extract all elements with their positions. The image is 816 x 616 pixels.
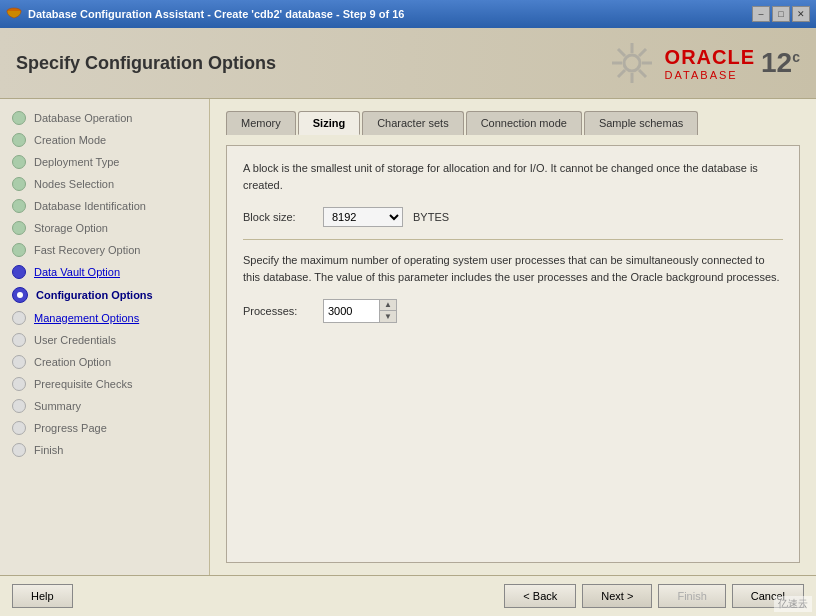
window-title: Database Configuration Assistant - Creat…: [28, 8, 404, 20]
processes-row: Processes: ▲ ▼: [243, 299, 783, 323]
tab-bar: Memory Sizing Character sets Connection …: [226, 111, 800, 135]
block-size-row: Block size: 8192 4096 16384 32768 BYTES: [243, 207, 783, 227]
step-dot-summary: [12, 399, 26, 413]
sidebar: Database Operation Creation Mode Deploym…: [0, 99, 210, 575]
tab-sizing[interactable]: Sizing: [298, 111, 360, 135]
step-dot-deployment-type: [12, 155, 26, 169]
svg-line-7: [639, 70, 646, 77]
watermark: 亿速云: [774, 596, 812, 612]
step-dot-creation-mode: [12, 133, 26, 147]
sidebar-item-finish: Finish: [0, 439, 209, 461]
sidebar-item-management-options[interactable]: Management Options: [0, 307, 209, 329]
sidebar-item-progress-page: Progress Page: [0, 417, 209, 439]
step-dot-database-operation: [12, 111, 26, 125]
sidebar-item-database-identification: Database Identification: [0, 195, 209, 217]
step-dot-management-options: [12, 311, 26, 325]
right-panel: Memory Sizing Character sets Connection …: [210, 99, 816, 575]
footer: Help < Back Next > Finish Cancel: [0, 575, 816, 616]
content-area: Database Operation Creation Mode Deploym…: [0, 99, 816, 575]
sidebar-item-data-vault-option[interactable]: Data Vault Option: [0, 261, 209, 283]
sidebar-item-user-credentials: User Credentials: [0, 329, 209, 351]
block-size-description: A block is the smallest unit of storage …: [243, 160, 783, 193]
sizing-panel: A block is the smallest unit of storage …: [226, 145, 800, 563]
finish-button[interactable]: Finish: [658, 584, 725, 608]
svg-point-1: [624, 55, 640, 71]
tab-connection-mode[interactable]: Connection mode: [466, 111, 582, 135]
oracle-brand-text: ORACLE: [665, 46, 755, 69]
step-dot-user-credentials: [12, 333, 26, 347]
svg-line-6: [618, 49, 625, 56]
spinner-buttons: ▲ ▼: [379, 300, 396, 322]
processes-input[interactable]: [324, 300, 379, 322]
oracle-product-text: DATABASE: [665, 69, 755, 81]
step-dot-prerequisite-checks: [12, 377, 26, 391]
spinner-down-button[interactable]: ▼: [380, 311, 396, 322]
app-icon: [6, 6, 22, 22]
step-dot-configuration-options: [12, 287, 28, 303]
back-button[interactable]: < Back: [504, 584, 576, 608]
sidebar-item-creation-mode: Creation Mode: [0, 129, 209, 151]
sidebar-item-deployment-type: Deployment Type: [0, 151, 209, 173]
step-dot-nodes-selection: [12, 177, 26, 191]
main-window: Specify Configuration Options: [0, 28, 816, 616]
step-dot-progress-page: [12, 421, 26, 435]
help-button[interactable]: Help: [12, 584, 73, 608]
maximize-button[interactable]: □: [772, 6, 790, 22]
window-controls: – □ ✕: [752, 6, 810, 22]
close-button[interactable]: ✕: [792, 6, 810, 22]
oracle-version-text: 12c: [761, 47, 800, 79]
sidebar-item-nodes-selection: Nodes Selection: [0, 173, 209, 195]
next-button[interactable]: Next >: [582, 584, 652, 608]
svg-line-8: [639, 49, 646, 56]
tab-character-sets[interactable]: Character sets: [362, 111, 464, 135]
step-dot-fast-recovery-option: [12, 243, 26, 257]
title-bar: Database Configuration Assistant - Creat…: [0, 0, 816, 28]
header: Specify Configuration Options: [0, 28, 816, 99]
page-title: Specify Configuration Options: [16, 53, 276, 74]
sidebar-item-fast-recovery-option: Fast Recovery Option: [0, 239, 209, 261]
sidebar-item-creation-option: Creation Option: [0, 351, 209, 373]
processes-description: Specify the maximum number of operating …: [243, 252, 783, 285]
step-dot-finish: [12, 443, 26, 457]
section-divider: [243, 239, 783, 240]
sidebar-item-database-operation: Database Operation: [0, 107, 209, 129]
step-dot-data-vault-option: [12, 265, 26, 279]
step-dot-database-identification: [12, 199, 26, 213]
svg-line-9: [618, 70, 625, 77]
tab-memory[interactable]: Memory: [226, 111, 296, 135]
oracle-logo: ORACLE DATABASE 12c: [665, 46, 800, 81]
block-size-select[interactable]: 8192 4096 16384 32768: [323, 207, 403, 227]
processes-spinner: ▲ ▼: [323, 299, 397, 323]
sidebar-item-summary: Summary: [0, 395, 209, 417]
processes-label: Processes:: [243, 305, 313, 317]
svg-point-10: [17, 292, 23, 298]
block-size-unit: BYTES: [413, 211, 449, 223]
step-dot-creation-option: [12, 355, 26, 369]
sidebar-item-configuration-options: Configuration Options: [0, 283, 209, 307]
step-dot-storage-option: [12, 221, 26, 235]
sidebar-item-prerequisite-checks: Prerequisite Checks: [0, 373, 209, 395]
minimize-button[interactable]: –: [752, 6, 770, 22]
tab-sample-schemas[interactable]: Sample schemas: [584, 111, 698, 135]
gear-icon: [607, 38, 657, 88]
spinner-up-button[interactable]: ▲: [380, 300, 396, 311]
block-size-label: Block size:: [243, 211, 313, 223]
sidebar-item-storage-option: Storage Option: [0, 217, 209, 239]
